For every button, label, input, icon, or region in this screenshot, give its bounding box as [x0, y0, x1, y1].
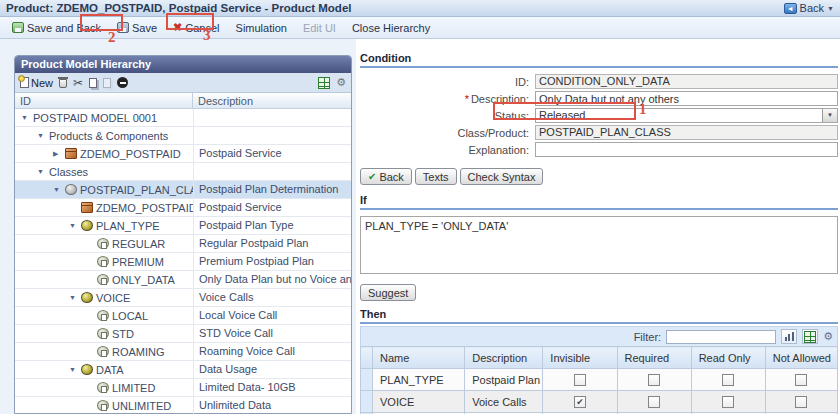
- tree-item-description: Premium Postpiad Plan: [193, 253, 351, 270]
- tree-row[interactable]: LIMITEDLimited Data- 10GB: [15, 379, 351, 397]
- expander-open-icon[interactable]: ▼: [53, 186, 65, 193]
- tree-item-description: [193, 109, 351, 126]
- back-button-label: Back: [800, 2, 824, 14]
- tree-row[interactable]: ▼VOICEVoice Calls: [15, 289, 351, 307]
- expander-open-icon[interactable]: ▼: [37, 132, 49, 139]
- tree-row[interactable]: ONLY_DATAOnly Data Plan but no Voice and…: [15, 271, 351, 289]
- tree-row[interactable]: ROAMINGRoaming Voice Call: [15, 343, 351, 361]
- back-button[interactable]: ◄ Back ▼: [784, 2, 834, 14]
- tree-item-description: Postpaid Service: [193, 145, 351, 162]
- class-icon: [65, 184, 77, 195]
- tree-item-description: Unlimited Data: [193, 397, 351, 414]
- required-checkbox[interactable]: [648, 374, 660, 386]
- section-divider: [360, 66, 838, 68]
- export-table-button[interactable]: [802, 329, 818, 344]
- save-and-back-icon: [12, 22, 24, 33]
- tree-row[interactable]: ▼POSTPAID_PLAN_CLASSPostpaid Plan Determ…: [15, 181, 351, 199]
- settings-icon[interactable]: ⚙: [336, 77, 346, 88]
- cancel-icon: ✖: [173, 22, 182, 33]
- expander-open-icon[interactable]: ▼: [69, 222, 81, 229]
- then-column-header[interactable]: Read Only: [691, 347, 765, 369]
- then-column-header[interactable]: Invisible: [543, 347, 617, 369]
- tree-row[interactable]: PREMIUMPremium Postpiad Plan: [15, 253, 351, 271]
- not-allowed-checkbox[interactable]: [795, 396, 807, 408]
- tree-row[interactable]: LOCALLocal Voice Call: [15, 307, 351, 325]
- not-allowed-checkbox[interactable]: [795, 374, 807, 386]
- row-selector[interactable]: [361, 391, 373, 413]
- status-dropdown[interactable]: Released▼: [535, 108, 838, 123]
- row-selector[interactable]: [361, 369, 373, 391]
- suggest-button[interactable]: Suggest: [360, 284, 416, 301]
- tree-item-id: POSTPAID MODEL 0001: [33, 112, 157, 124]
- then-column-header[interactable]: Name: [373, 347, 465, 369]
- copy-icon[interactable]: [89, 78, 97, 88]
- tree-row[interactable]: ▼POSTPAID MODEL 0001: [15, 109, 351, 127]
- chart-view-button[interactable]: [781, 329, 797, 344]
- then-section-title: Then: [360, 301, 838, 320]
- tree-row[interactable]: ▼Classes: [15, 163, 351, 181]
- back-dropdown-icon[interactable]: ▼: [827, 5, 834, 12]
- tree-row[interactable]: ▼DATAData Usage: [15, 361, 351, 379]
- tree-row[interactable]: ZDEMO_POSTPAIDPostpaid Service: [15, 199, 351, 217]
- then-column-header[interactable]: Required: [617, 347, 691, 369]
- product-icon: [81, 202, 93, 213]
- chevron-down-icon[interactable]: ▼: [822, 109, 837, 122]
- expander-open-icon[interactable]: ▼: [69, 366, 81, 373]
- tree-item-id: ZDEMO_POSTPAID: [80, 148, 181, 160]
- cancel-button[interactable]: ✖ Cancel: [165, 20, 227, 36]
- expander-closed-icon[interactable]: ▶: [53, 150, 65, 158]
- cut-icon[interactable]: ✂: [73, 77, 83, 89]
- check-syntax-button[interactable]: Check Syntax: [460, 168, 544, 185]
- export-icon: [804, 331, 816, 343]
- read-only-checkbox[interactable]: [722, 396, 734, 408]
- expander-open-icon[interactable]: ▼: [37, 168, 49, 175]
- if-expression-textarea[interactable]: [360, 216, 838, 274]
- back-action-button[interactable]: ✔ Back: [360, 168, 412, 185]
- simulation-button[interactable]: Simulation: [228, 20, 295, 36]
- texts-button[interactable]: Texts: [415, 168, 457, 185]
- tree-row[interactable]: REGULARRegular Postpaid Plan: [15, 235, 351, 253]
- tree-row[interactable]: ▼Products & Components: [15, 127, 351, 145]
- save-and-back-button[interactable]: Save and Back: [4, 20, 109, 36]
- tree-row[interactable]: ▶ZDEMO_POSTPAIDPostpaid Service: [15, 145, 351, 163]
- tree-row[interactable]: STDSTD Voice Call: [15, 325, 351, 343]
- save-button[interactable]: Save: [109, 20, 165, 36]
- tree-item-id: PLAN_TYPE: [96, 220, 160, 232]
- description-input[interactable]: [535, 91, 838, 106]
- tree-item-id: LIMITED: [112, 382, 155, 394]
- required-cell: [617, 391, 691, 413]
- then-table-header-row: NameDescriptionInvisibleRequiredRead Onl…: [361, 347, 838, 369]
- tree-item-description: Local Voice Call: [193, 307, 351, 324]
- expander-open-icon[interactable]: ▼: [69, 294, 81, 301]
- window-titlebar: Product: ZDEMO_POSTPAID, Postpaid Servic…: [0, 0, 840, 17]
- characteristic-icon: [81, 364, 93, 375]
- required-checkbox[interactable]: [648, 396, 660, 408]
- collapse-all-icon[interactable]: [117, 77, 128, 88]
- tree-row[interactable]: ▼PLAN_TYPEPostpaid Plan Type: [15, 217, 351, 235]
- invisible-checkbox[interactable]: ✔: [574, 396, 586, 408]
- then-column-header[interactable]: Not Allowed: [765, 347, 837, 369]
- tree-item-id: DATA: [96, 364, 124, 376]
- new-button[interactable]: New: [20, 77, 53, 89]
- filter-input[interactable]: [666, 330, 776, 344]
- value-icon: [97, 310, 109, 321]
- tree-row[interactable]: UNLIMITEDUnlimited Data: [15, 397, 351, 414]
- delete-icon[interactable]: [59, 79, 67, 88]
- description-form-row: *Description:: [360, 90, 838, 107]
- export-icon[interactable]: [318, 77, 330, 89]
- explanation-label: Explanation:: [360, 144, 535, 156]
- tree-item-description: Data Usage: [193, 361, 351, 378]
- expander-open-icon[interactable]: ▼: [21, 114, 33, 121]
- then-column-header[interactable]: Description: [465, 347, 543, 369]
- product-model-page: Product: ZDEMO_POSTPAID, Postpaid Servic…: [0, 0, 840, 414]
- explanation-input[interactable]: [535, 142, 838, 157]
- invisible-checkbox[interactable]: [574, 374, 586, 386]
- table-settings-icon[interactable]: ⚙: [823, 331, 833, 342]
- close-hierarchy-button[interactable]: Close Hierarchy: [344, 20, 438, 36]
- condition-actions: ✔ Back Texts Check Syntax: [360, 168, 838, 185]
- read-only-checkbox[interactable]: [722, 374, 734, 386]
- tree-item-id: STD: [112, 328, 134, 340]
- hierarchy-toolbar: New ✂ ⚙: [15, 73, 351, 93]
- tree-item-description: [193, 163, 351, 180]
- invisible-cell: ✔: [543, 391, 617, 413]
